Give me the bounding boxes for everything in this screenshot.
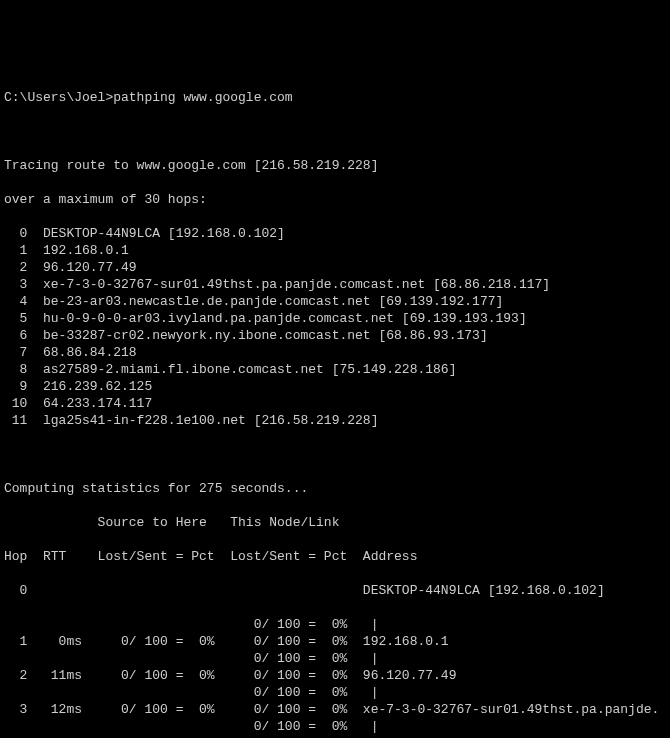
trace-hop-line: 8 as27589-2.miami.fl.ibone.comcast.net […: [4, 361, 666, 378]
trace-hop-line: 5 hu-0-9-0-0-ar03.ivyland.pa.panjde.comc…: [4, 310, 666, 327]
col-header-2: Hop RTT Lost/Sent = Pct Lost/Sent = Pct …: [4, 548, 666, 565]
hop-stat-line: 2 11ms 0/ 100 = 0% 0/ 100 = 0% 96.120.77…: [4, 667, 666, 684]
trace-header: Tracing route to www.google.com [216.58.…: [4, 157, 666, 174]
trace-hop-line: 1 192.168.0.1: [4, 242, 666, 259]
col-header-1: Source to Here This Node/Link: [4, 514, 666, 531]
trace-hop-line: 4 be-23-ar03.newcastle.de.panjde.comcast…: [4, 293, 666, 310]
trace-hops: 0 DESKTOP-44N9LCA [192.168.0.102] 1 192.…: [4, 225, 666, 429]
trace-hop-line: 3 xe-7-3-0-32767-sur01.49thst.pa.panjde.…: [4, 276, 666, 293]
prompt-line: C:\Users\Joel>pathping www.google.com: [4, 89, 666, 106]
trace-hop-line: 10 64.233.174.117: [4, 395, 666, 412]
trace-hop-line: 9 216.239.62.125: [4, 378, 666, 395]
hop-0-line: 0 DESKTOP-44N9LCA [192.168.0.102]: [4, 582, 666, 599]
link-stat-line: 0/ 100 = 0% |: [4, 684, 666, 701]
trace-hop-line: 6 be-33287-cr02.newyork.ny.ibone.comcast…: [4, 327, 666, 344]
stats-header: Computing statistics for 275 seconds...: [4, 480, 666, 497]
trace-hop-line: 11 lga25s41-in-f228.1e100.net [216.58.21…: [4, 412, 666, 429]
link-stat-line: 0/ 100 = 0% |: [4, 616, 666, 633]
hop-stat-line: 3 12ms 0/ 100 = 0% 0/ 100 = 0% xe-7-3-0-…: [4, 701, 666, 718]
trace-hop-line: 0 DESKTOP-44N9LCA [192.168.0.102]: [4, 225, 666, 242]
terminal-output: C:\Users\Joel>pathping www.google.com Tr…: [4, 72, 666, 738]
link-stat-line: 0/ 100 = 0% |: [4, 650, 666, 667]
stat-rows: 0/ 100 = 0% | 1 0ms 0/ 100 = 0% 0/ 100 =…: [4, 616, 666, 738]
link-stat-line: 0/ 100 = 0% |: [4, 718, 666, 735]
trace-hop-line: 2 96.120.77.49: [4, 259, 666, 276]
blank-line: [4, 446, 666, 463]
blank-line: [4, 123, 666, 140]
trace-hop-line: 7 68.86.84.218: [4, 344, 666, 361]
maxhops-line: over a maximum of 30 hops:: [4, 191, 666, 208]
hop-stat-line: 1 0ms 0/ 100 = 0% 0/ 100 = 0% 192.168.0.…: [4, 633, 666, 650]
